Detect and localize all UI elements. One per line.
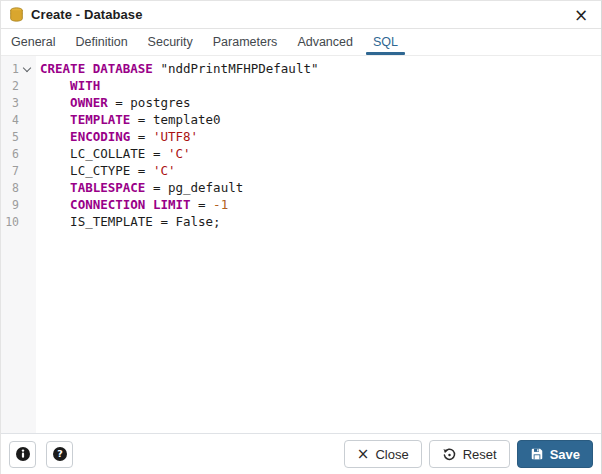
- footer-left-group: ?: [9, 441, 73, 468]
- code-line[interactable]: 1CREATE DATABASE "nddPrintMFHPDefault": [1, 60, 601, 77]
- code-line[interactable]: 3 OWNER = postgres: [1, 94, 601, 111]
- code-text: WITH: [36, 77, 100, 94]
- reset-button[interactable]: Reset: [429, 440, 510, 468]
- tab-sql[interactable]: SQL: [363, 29, 408, 55]
- code-text: CONNECTION LIMIT = -1: [36, 196, 228, 213]
- tab-definition[interactable]: Definition: [65, 29, 137, 55]
- help-button[interactable]: ?: [46, 441, 73, 468]
- code-lines: 1CREATE DATABASE "nddPrintMFHPDefault"2 …: [1, 56, 601, 230]
- dialog-titlebar: Create - Database ×: [1, 1, 601, 29]
- reset-button-label: Reset: [463, 447, 497, 462]
- code-text: LC_CTYPE = 'C': [36, 162, 175, 179]
- close-button-label: Close: [375, 447, 408, 462]
- tab-general[interactable]: General: [1, 29, 65, 55]
- create-database-dialog: Create - Database × GeneralDefinitionSec…: [0, 0, 602, 474]
- tab-parameters[interactable]: Parameters: [203, 29, 288, 55]
- line-number: 6: [1, 145, 19, 163]
- tab-bar: GeneralDefinitionSecurityParametersAdvan…: [1, 29, 601, 56]
- dialog-title: Create - Database: [31, 7, 143, 22]
- code-line[interactable]: 5 ENCODING = 'UTF8': [1, 128, 601, 145]
- code-line[interactable]: 6 LC_COLLATE = 'C': [1, 145, 601, 162]
- code-line[interactable]: 9 CONNECTION LIMIT = -1: [1, 196, 601, 213]
- reset-icon: [442, 447, 457, 462]
- close-button[interactable]: × Close: [344, 440, 422, 468]
- line-number: 1: [1, 60, 19, 78]
- code-text: ENCODING = 'UTF8': [36, 128, 198, 145]
- info-icon: [15, 446, 31, 462]
- save-button[interactable]: Save: [517, 440, 593, 468]
- line-number: 9: [1, 196, 19, 214]
- tab-security[interactable]: Security: [138, 29, 203, 55]
- code-line[interactable]: 2 WITH: [1, 77, 601, 94]
- save-button-label: Save: [550, 447, 580, 462]
- dialog-close-icon[interactable]: ×: [571, 5, 591, 25]
- line-number: 5: [1, 128, 19, 146]
- svg-text:?: ?: [57, 448, 63, 459]
- help-icon: ?: [52, 446, 68, 462]
- line-number: 8: [1, 179, 19, 197]
- chevron-down-icon: [23, 64, 31, 72]
- save-icon: [530, 447, 544, 461]
- sql-editor[interactable]: 1CREATE DATABASE "nddPrintMFHPDefault"2 …: [1, 56, 601, 433]
- info-button[interactable]: [9, 441, 36, 468]
- line-number: 4: [1, 111, 19, 129]
- code-text: OWNER = postgres: [36, 94, 191, 111]
- tab-advanced[interactable]: Advanced: [287, 29, 363, 55]
- footer-right-group: × Close Reset Save: [344, 440, 593, 468]
- code-text: TABLESPACE = pg_default: [36, 179, 243, 196]
- line-number: 7: [1, 162, 19, 180]
- code-text: TEMPLATE = template0: [36, 111, 221, 128]
- code-text: IS_TEMPLATE = False;: [36, 213, 221, 230]
- code-text: CREATE DATABASE "nddPrintMFHPDefault": [36, 60, 318, 77]
- code-line[interactable]: 4 TEMPLATE = template0: [1, 111, 601, 128]
- line-number: 2: [1, 77, 19, 95]
- code-line[interactable]: 8 TABLESPACE = pg_default: [1, 179, 601, 196]
- code-text: LC_COLLATE = 'C': [36, 145, 191, 162]
- code-line[interactable]: 10 IS_TEMPLATE = False;: [1, 213, 601, 230]
- database-icon: [9, 7, 24, 22]
- line-number: 10: [1, 213, 19, 231]
- close-x-icon: ×: [357, 447, 370, 462]
- code-line[interactable]: 7 LC_CTYPE = 'C': [1, 162, 601, 179]
- dialog-footer: ? × Close Reset: [1, 433, 601, 474]
- line-number: 3: [1, 94, 19, 112]
